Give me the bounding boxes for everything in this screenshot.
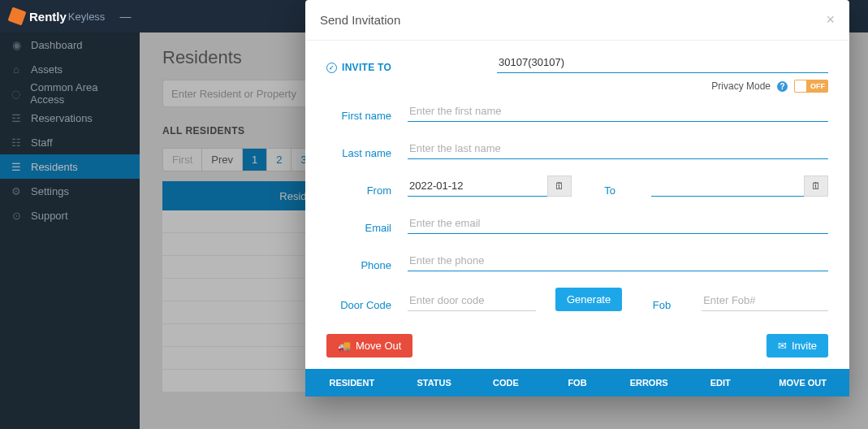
privacy-toggle[interactable]: OFF	[794, 80, 828, 93]
brand-name: Rently	[29, 10, 67, 24]
to-calendar-button[interactable]: 🗓	[804, 176, 828, 197]
first-name-label: First name	[326, 110, 408, 122]
modal-th-errors: ERRORS	[613, 378, 684, 388]
phone-label: Phone	[326, 259, 408, 271]
logo: RentlyKeyless	[10, 9, 105, 24]
to-date-wrap: 🗓	[651, 176, 828, 197]
privacy-mode-label: Privacy Mode	[711, 80, 771, 92]
modal-th-fob: FOB	[542, 378, 613, 388]
to-label: To	[591, 184, 632, 197]
generate-button[interactable]: Generate	[555, 288, 622, 311]
from-calendar-button[interactable]: 🗓	[547, 176, 572, 197]
phone-input[interactable]	[408, 250, 828, 271]
modal-th-code: CODE	[470, 378, 542, 388]
topbar-separator: —	[119, 10, 131, 23]
fob-input[interactable]	[702, 290, 828, 311]
invite-to-value	[497, 52, 828, 73]
invite-button[interactable]: ✉ Invite	[767, 334, 828, 358]
first-name-input[interactable]	[408, 101, 828, 122]
send-invitation-modal: Send Invitation × ✓ INVITE TO Privacy Mo…	[305, 0, 849, 396]
invite-to-label: ✓ INVITE TO	[326, 62, 464, 73]
invite-to-row: ✓ INVITE TO	[326, 52, 828, 73]
truck-icon: 🚚	[338, 340, 351, 352]
last-name-label: Last name	[326, 147, 408, 159]
calendar-icon: 🗓	[811, 180, 821, 192]
brand-suffix: Keyless	[68, 11, 106, 23]
from-label: From	[326, 184, 408, 197]
privacy-mode-row: Privacy Mode ? OFF	[326, 80, 828, 93]
modal-header: Send Invitation ×	[305, 0, 849, 41]
date-row: From 🗓 To 🗓	[326, 176, 828, 197]
modal-th-status: STATUS	[399, 378, 470, 388]
logo-cube-icon	[7, 6, 26, 25]
modal-title: Send Invitation	[320, 13, 400, 27]
from-date-wrap: 🗓	[408, 176, 572, 197]
door-code-input[interactable]	[408, 290, 536, 311]
first-name-row: First name	[326, 101, 828, 122]
to-date-input[interactable]	[651, 176, 804, 197]
help-icon[interactable]: ?	[777, 81, 788, 92]
close-icon[interactable]: ×	[826, 11, 835, 28]
invite-to-input[interactable]	[497, 52, 828, 73]
email-row: Email	[326, 213, 828, 234]
modal-body: ✓ INVITE TO Privacy Mode ? OFF First nam…	[305, 41, 849, 311]
fob-label: Fob	[641, 299, 682, 311]
door-code-row: Door Code Generate Fob	[326, 288, 828, 311]
email-input[interactable]	[408, 213, 828, 234]
modal-th-resident: RESIDENT	[305, 378, 399, 388]
modal-actions: 🚚 Move Out ✉ Invite	[305, 327, 849, 369]
modal-th-edit: EDIT	[684, 378, 756, 388]
modal-table-head: RESIDENTSTATUSCODEFOBERRORSEDITMOVE OUT	[305, 369, 849, 396]
email-label: Email	[326, 222, 408, 234]
last-name-input[interactable]	[408, 138, 828, 159]
calendar-icon: 🗓	[555, 180, 564, 192]
last-name-row: Last name	[326, 138, 828, 159]
check-circle-icon: ✓	[326, 63, 337, 73]
from-date-input[interactable]	[408, 176, 547, 197]
door-code-label: Door Code	[326, 299, 408, 311]
modal-th-move-out: MOVE OUT	[756, 378, 849, 388]
envelope-icon: ✉	[778, 340, 787, 352]
phone-row: Phone	[326, 250, 828, 271]
move-out-button[interactable]: 🚚 Move Out	[326, 334, 412, 358]
